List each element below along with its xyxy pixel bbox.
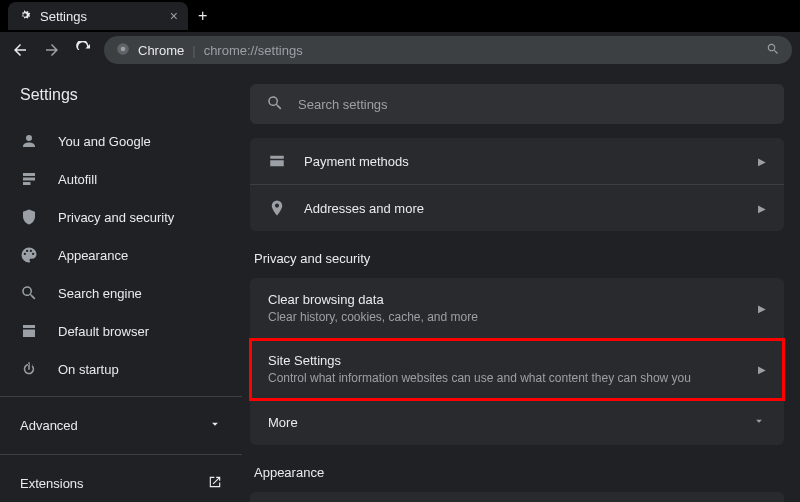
sidebar-item-label: Appearance bbox=[58, 248, 128, 263]
extensions-label: Extensions bbox=[20, 476, 84, 491]
sidebar-title: Settings bbox=[0, 86, 242, 122]
chevron-right-icon: ▶ bbox=[758, 364, 766, 375]
address-bar[interactable]: Chrome | chrome://settings bbox=[104, 36, 792, 64]
sidebar-item-on-startup[interactable]: On startup bbox=[0, 350, 242, 388]
search-icon[interactable] bbox=[766, 42, 780, 59]
row-subtitle: Control what information websites can us… bbox=[268, 371, 740, 385]
chevron-right-icon: ▶ bbox=[758, 156, 766, 167]
section-title-privacy: Privacy and security bbox=[250, 245, 784, 278]
autofill-icon bbox=[20, 170, 38, 188]
section-title-appearance: Appearance bbox=[250, 459, 784, 492]
row-title: Clear browsing data bbox=[268, 292, 740, 307]
row-site-settings[interactable]: Site Settings Control what information w… bbox=[250, 339, 784, 400]
sidebar-item-label: Privacy and security bbox=[58, 210, 174, 225]
advanced-label: Advanced bbox=[20, 418, 78, 433]
back-button[interactable] bbox=[8, 38, 32, 62]
divider bbox=[0, 454, 242, 455]
row-more[interactable]: More bbox=[250, 400, 784, 445]
appearance-card: Themes Just Black Reset to default Show … bbox=[250, 492, 784, 502]
row-title: Payment methods bbox=[304, 154, 740, 169]
sidebar-item-label: Default browser bbox=[58, 324, 149, 339]
new-tab-button[interactable]: + bbox=[198, 7, 207, 25]
sidebar-item-label: Search engine bbox=[58, 286, 142, 301]
row-title: Addresses and more bbox=[304, 201, 740, 216]
svg-point-1 bbox=[121, 46, 126, 51]
chevron-down-icon bbox=[208, 417, 222, 434]
card-icon bbox=[268, 152, 286, 170]
browser-tab[interactable]: Settings × bbox=[8, 2, 188, 30]
sidebar: Settings You and Google Autofill Privacy… bbox=[0, 68, 242, 502]
row-clear-browsing-data[interactable]: Clear browsing data Clear history, cooki… bbox=[250, 278, 784, 339]
sidebar-item-search-engine[interactable]: Search engine bbox=[0, 274, 242, 312]
autofill-card: Payment methods ▶ Addresses and more ▶ bbox=[250, 138, 784, 231]
search-icon bbox=[20, 284, 38, 302]
palette-icon bbox=[20, 246, 38, 264]
row-title: Site Settings bbox=[268, 353, 740, 368]
sidebar-item-appearance[interactable]: Appearance bbox=[0, 236, 242, 274]
location-icon bbox=[268, 199, 286, 217]
tab-bar: Settings × + bbox=[0, 0, 800, 32]
external-link-icon bbox=[208, 475, 222, 492]
sidebar-item-default-browser[interactable]: Default browser bbox=[0, 312, 242, 350]
sidebar-item-label: Autofill bbox=[58, 172, 97, 187]
sidebar-item-label: On startup bbox=[58, 362, 119, 377]
chrome-icon bbox=[116, 42, 130, 59]
chevron-right-icon: ▶ bbox=[758, 203, 766, 214]
gear-icon bbox=[18, 8, 32, 25]
privacy-card: Clear browsing data Clear history, cooki… bbox=[250, 278, 784, 445]
toolbar: Chrome | chrome://settings bbox=[0, 32, 800, 68]
url-separator: | bbox=[192, 43, 195, 58]
search-settings[interactable] bbox=[250, 84, 784, 124]
sidebar-advanced[interactable]: Advanced bbox=[0, 405, 242, 446]
sidebar-item-label: You and Google bbox=[58, 134, 151, 149]
reload-button[interactable] bbox=[72, 38, 96, 62]
browser-icon bbox=[20, 322, 38, 340]
row-addresses[interactable]: Addresses and more ▶ bbox=[250, 185, 784, 231]
sidebar-item-privacy[interactable]: Privacy and security bbox=[0, 198, 242, 236]
row-themes: Themes Just Black Reset to default bbox=[250, 492, 784, 502]
person-icon bbox=[20, 132, 38, 150]
close-icon[interactable]: × bbox=[170, 8, 178, 24]
sidebar-extensions[interactable]: Extensions bbox=[0, 463, 242, 502]
search-icon bbox=[266, 94, 284, 115]
main-panel: Payment methods ▶ Addresses and more ▶ P… bbox=[242, 68, 800, 502]
shield-icon bbox=[20, 208, 38, 226]
row-payment-methods[interactable]: Payment methods ▶ bbox=[250, 138, 784, 185]
chevron-right-icon: ▶ bbox=[758, 303, 766, 314]
search-input[interactable] bbox=[298, 97, 768, 112]
divider bbox=[0, 396, 242, 397]
power-icon bbox=[20, 360, 38, 378]
chevron-down-icon bbox=[752, 414, 766, 431]
url-path: chrome://settings bbox=[204, 43, 303, 58]
sidebar-item-autofill[interactable]: Autofill bbox=[0, 160, 242, 198]
url-origin: Chrome bbox=[138, 43, 184, 58]
row-title: More bbox=[268, 415, 734, 430]
sidebar-item-you-and-google[interactable]: You and Google bbox=[0, 122, 242, 160]
tab-title: Settings bbox=[40, 9, 87, 24]
row-subtitle: Clear history, cookies, cache, and more bbox=[268, 310, 740, 324]
forward-button[interactable] bbox=[40, 38, 64, 62]
